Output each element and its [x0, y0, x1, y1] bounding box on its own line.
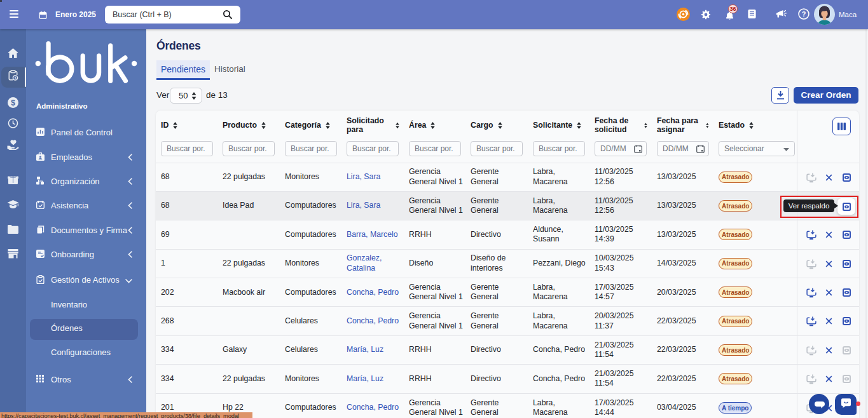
- svg-text:?: ?: [802, 10, 806, 18]
- svg-text:$: $: [11, 98, 15, 107]
